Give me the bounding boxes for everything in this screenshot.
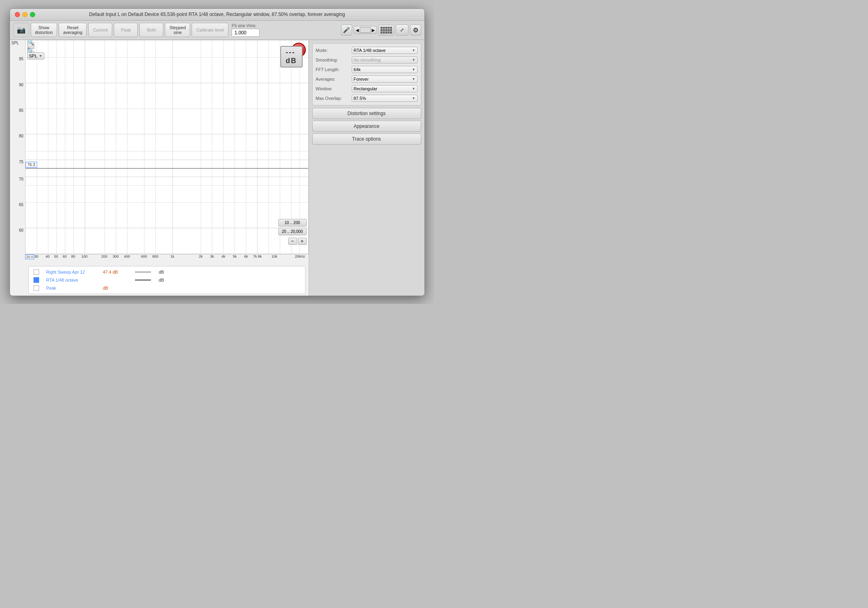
averages-row: Averages: Forever ▼ [316, 76, 418, 83]
legend-checkbox-peak[interactable] [34, 285, 39, 291]
averages-select[interactable]: Forever ▼ [352, 76, 418, 83]
x-tick-6k: 6k [244, 254, 248, 258]
chart-grid[interactable]: 🔍+ 🔍− SPL ▼ 76.3 [25, 40, 309, 254]
legend-name-sweep: Right Sweep Apr 12 [46, 270, 98, 274]
x-tick-5k: 5k [233, 254, 237, 258]
x-tick-40: 40 [46, 254, 50, 258]
zoom-out-h-button[interactable]: − [288, 238, 297, 245]
action-buttons-group: Distortion settings Appearance Trace opt… [312, 108, 421, 145]
window-select[interactable]: Rectangular ▼ [352, 85, 418, 92]
averages-label: Averages: [316, 77, 352, 81]
peak-button[interactable]: Peak [114, 23, 138, 37]
grid-view-icon[interactable] [379, 25, 394, 36]
right-panel: Mode: RTA 1/48 octave ▼ Smoothing: No sm… [309, 40, 424, 296]
mode-label: Mode: [316, 48, 352, 53]
smoothing-arrow-icon: ▼ [412, 58, 416, 62]
spl-selected: SPL [29, 54, 38, 58]
settings-gear-icon[interactable]: ⚙ [410, 24, 421, 36]
crosshair-value-container: 76.3 [26, 162, 37, 168]
legend-checkbox-sweep[interactable] [34, 269, 39, 275]
window-label: Window: [316, 86, 352, 91]
calibrate-level-button[interactable]: Calibrate level [192, 23, 228, 37]
x-tick-300: 300 [113, 254, 119, 258]
toolbar-right-icons: 🎤 ◀ ▶ ⤢ ⚙ [341, 24, 421, 36]
x-tick-2k: 2k [199, 254, 203, 258]
settings-group: Mode: RTA 1/48 octave ▼ Smoothing: No sm… [312, 43, 421, 105]
y-tick-60: 60 [19, 228, 23, 232]
x-axis: 20.0 30 40 50 60 80 100 200 300 400 600 … [25, 254, 309, 264]
range-buttons: 10 .. 200 20 .. 20,000 [278, 219, 307, 235]
zoom-in-h-button[interactable]: + [298, 238, 307, 245]
mode-arrow-icon: ▼ [412, 48, 416, 52]
legend-unit-rta: dB [159, 278, 164, 282]
camera-button[interactable]: 📷 [13, 23, 29, 37]
title-bar: Default Input L on Default Device 65,536… [10, 9, 424, 21]
y-tick-75: 75 [19, 160, 23, 164]
appearance-button[interactable]: Appearance [312, 121, 421, 132]
both-button[interactable]: Both [139, 23, 163, 37]
distortion-settings-button[interactable]: Distortion settings [312, 108, 421, 119]
level-bar [360, 27, 371, 33]
max-overlap-arrow-icon: ▼ [412, 96, 416, 100]
arrow-controls: ◀ ▶ [354, 26, 377, 34]
x-tick-200: 200 [101, 254, 107, 258]
window-row: Window: Rectangular ▼ [316, 85, 418, 92]
legend-checkbox-rta[interactable] [34, 277, 39, 283]
legend-name-peak: Peak [46, 286, 98, 290]
show-distortion-button[interactable]: Show distortion [31, 23, 57, 37]
legend-value-peak: dB [103, 286, 127, 290]
fs-sine-label: FS sine Vrms [232, 24, 260, 28]
smoothing-label: Smoothing: [316, 58, 352, 62]
fft-label: FFT Length: [316, 67, 352, 72]
averages-value: Forever [354, 77, 369, 81]
fft-select[interactable]: 64k ▼ [352, 66, 418, 73]
y-tick-65: 65 [19, 203, 23, 207]
max-overlap-select[interactable]: 87.5% ▼ [352, 95, 418, 102]
input-monitor-icon[interactable]: 🎤 [341, 24, 352, 36]
expand-icon[interactable]: ⤢ [396, 24, 408, 36]
y-tick-90: 90 [19, 83, 23, 87]
toolbar: 📷 Show distortion Reset averaging Curren… [10, 21, 424, 40]
spl-title: SPL [12, 41, 19, 45]
maximize-button[interactable] [30, 12, 35, 17]
traffic-lights [15, 12, 35, 17]
fs-sine-input[interactable] [232, 29, 260, 37]
averages-arrow-icon: ▼ [412, 77, 416, 81]
x-tick-30: 30 [34, 254, 38, 258]
smoothing-select[interactable]: No smoothing ▼ [352, 56, 418, 64]
y-tick-95: 95 [19, 57, 23, 61]
x-tick-10k: 10k [271, 254, 277, 258]
legend-dash-sweep [135, 272, 151, 272]
legend-row-rta: RTA 1/48 octave dB [34, 276, 300, 284]
spl-dropdown[interactable]: SPL ▼ [27, 52, 45, 60]
stepped-sine-button[interactable]: Stepped sine [165, 23, 190, 37]
x-tick-100: 100 [81, 254, 87, 258]
x-tick-600: 600 [141, 254, 147, 258]
camera-icon: 📷 [17, 26, 26, 34]
legend-name-rta: RTA 1/48 octave [46, 278, 98, 282]
max-overlap-label: Max Overlap: [316, 96, 352, 101]
legend-bar: Right Sweep Apr 12 47.4 dB dB RTA 1/48 o… [28, 266, 305, 294]
x-tick-50: 50 [54, 254, 58, 258]
legend-row-peak: Peak dB [34, 284, 300, 292]
max-overlap-value: 87.5% [354, 96, 366, 101]
current-button[interactable]: Current [88, 23, 112, 37]
fft-row: FFT Length: 64k ▼ [316, 66, 418, 73]
range-20-20000-button[interactable]: 20 .. 20,000 [278, 228, 307, 235]
arrow-right-icon[interactable]: ▶ [372, 28, 375, 32]
fft-arrow-icon: ▼ [412, 68, 416, 72]
spl-select-container: SPL ▼ [27, 52, 45, 60]
legend-dash-rta [135, 280, 151, 280]
x-tick-20: 20.0 [25, 254, 35, 259]
window-title: Default Input L on Default Device 65,536… [15, 12, 420, 17]
minimize-button[interactable] [22, 12, 28, 17]
arrow-left-icon[interactable]: ◀ [356, 28, 359, 32]
trace-options-button[interactable]: Trace options [312, 133, 421, 145]
chart-top-right: --- dB [291, 43, 306, 57]
x-tick-80: 80 [71, 254, 75, 258]
mode-select[interactable]: RTA 1/48 octave ▼ [352, 47, 418, 54]
legend-row-1: Right Sweep Apr 12 47.4 dB dB [34, 268, 300, 276]
range-10-200-button[interactable]: 10 .. 200 [278, 219, 307, 227]
reset-averaging-button[interactable]: Reset averaging [59, 23, 87, 37]
close-button[interactable] [15, 12, 20, 17]
